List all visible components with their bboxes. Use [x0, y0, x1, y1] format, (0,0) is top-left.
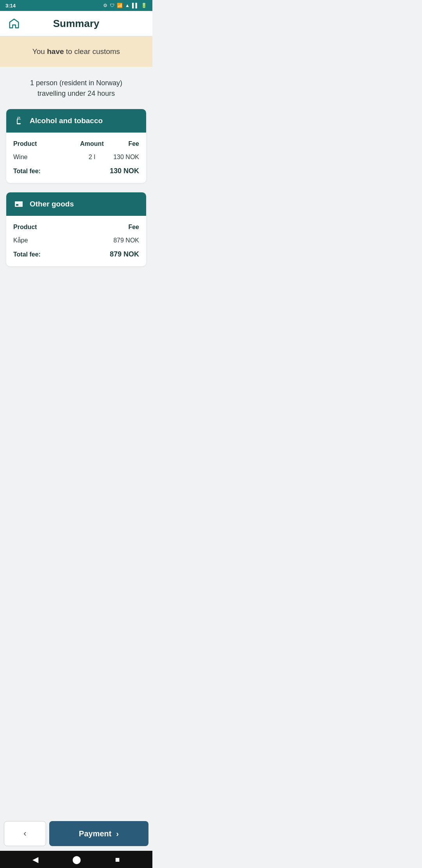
bottle-icon	[13, 115, 24, 126]
alcohol-total-label: Total fee:	[13, 168, 41, 175]
table-row: Kåpe 879 NOK	[13, 235, 139, 246]
col-amount-header: Amount	[76, 140, 108, 147]
other-col-product-header: Product	[13, 224, 97, 231]
other-col-fee-header: Fee	[97, 224, 139, 231]
other-goods-card-title: Other goods	[30, 200, 74, 208]
alcohol-tobacco-card: Alcohol and tobacco Product Amount Fee W…	[6, 109, 146, 183]
other-goods-card: Other goods Product Fee Kåpe 879 NOK Tot…	[6, 192, 146, 266]
page-title: Summary	[21, 18, 145, 30]
status-bar: 3:14 ⚙ 🛡 📶 ▲ ▌▌ 🔋	[0, 0, 152, 11]
wifi-icon: ▲	[125, 3, 130, 8]
col-product-header: Product	[13, 140, 76, 147]
svg-rect-1	[15, 201, 23, 203]
battery-icon: 🔋	[141, 3, 147, 8]
alert-post: to clear customs	[64, 47, 120, 56]
other-goods-total-row: Total fee: 879 NOK	[13, 246, 139, 258]
top-nav: Summary	[0, 11, 152, 36]
back-button[interactable]: ‹	[4, 821, 46, 846]
svg-rect-2	[16, 204, 18, 206]
alcohol-table-header: Product Amount Fee	[13, 139, 139, 151]
info-section: 1 person (resident in Norway) travelling…	[0, 67, 152, 107]
alcohol-card-header: Alcohol and tobacco	[6, 109, 146, 133]
alert-banner: You have to clear customs	[0, 36, 152, 67]
payment-chevron-icon: ›	[116, 829, 119, 838]
android-nav-bar: ◀ ⬤ ■	[0, 851, 152, 868]
info-line1: 1 person (resident in Norway)	[30, 79, 122, 87]
status-icons: ⚙ 🛡 📶 ▲ ▌▌ 🔋	[103, 3, 147, 8]
shield-icon: 🛡	[110, 3, 114, 8]
home-nav-icon[interactable]: ⬤	[72, 855, 81, 864]
back-nav-icon[interactable]: ◀	[32, 855, 38, 864]
home-button[interactable]	[7, 16, 21, 30]
wine-amount: 2 l	[76, 154, 108, 161]
alcohol-total-value: 130 NOK	[110, 167, 139, 175]
other-goods-total-value: 879 NOK	[110, 250, 139, 258]
table-row: Wine 2 l 130 NOK	[13, 151, 139, 163]
alcohol-card-title: Alcohol and tobacco	[30, 117, 103, 125]
col-fee-header: Fee	[108, 140, 139, 147]
wine-fee: 130 NOK	[108, 154, 139, 161]
other-goods-card-header: Other goods	[6, 192, 146, 216]
sim-icon: 📶	[117, 3, 123, 8]
back-icon: ‹	[23, 829, 26, 839]
status-time: 3:14	[5, 3, 16, 9]
wine-product: Wine	[13, 154, 76, 161]
alert-pre: You	[32, 47, 47, 56]
alert-bold: have	[47, 47, 64, 56]
alert-text: You have to clear customs	[8, 47, 145, 56]
recents-nav-icon[interactable]: ■	[115, 855, 120, 864]
payment-button[interactable]: Payment ›	[49, 821, 148, 846]
signal-icon: ▌▌	[132, 3, 139, 8]
kape-product: Kåpe	[13, 237, 97, 244]
alcohol-card-body: Product Amount Fee Wine 2 l 130 NOK Tota…	[6, 133, 146, 183]
home-icon	[8, 18, 20, 29]
other-goods-table-header: Product Fee	[13, 222, 139, 235]
alcohol-total-row: Total fee: 130 NOK	[13, 163, 139, 175]
info-text: 1 person (resident in Norway) travelling…	[8, 78, 145, 99]
settings-icon: ⚙	[103, 3, 107, 8]
kape-fee: 879 NOK	[97, 237, 139, 244]
goods-icon	[13, 199, 24, 210]
payment-label: Payment	[79, 829, 111, 838]
info-line2: travelling under 24 hours	[38, 90, 115, 97]
other-goods-card-body: Product Fee Kåpe 879 NOK Total fee: 879 …	[6, 216, 146, 266]
bottom-bar: ‹ Payment ›	[0, 817, 152, 851]
other-goods-total-label: Total fee:	[13, 251, 41, 258]
